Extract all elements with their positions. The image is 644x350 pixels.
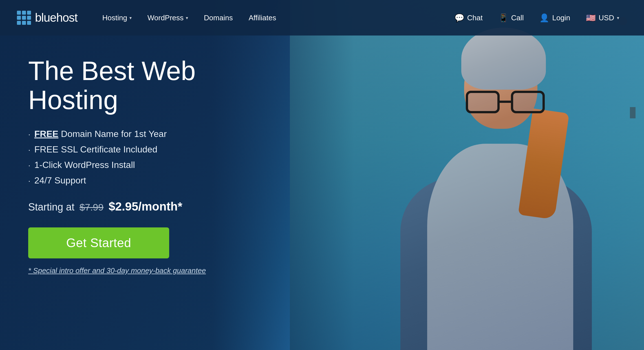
hero-bullets: · FREE Domain Name for 1st Year · FREE S…: [28, 129, 282, 186]
bullet-item-2: · FREE SSL Certificate Included: [28, 144, 282, 155]
wordpress-chevron-icon: ▾: [186, 15, 188, 21]
logo-grid-icon: [17, 11, 31, 25]
nav-currency-label: USD: [599, 14, 614, 22]
logo-text: bluehost: [35, 11, 78, 25]
hosting-chevron-icon: ▾: [129, 15, 132, 21]
user-icon: 👤: [539, 13, 549, 23]
bullet-text-4: 24/7 Support: [34, 175, 86, 186]
disclaimer-text[interactable]: * Special intro offer and 30-day money-b…: [28, 266, 282, 275]
person-figure: [361, 17, 626, 350]
bullet-text-1-rest: Domain Name for 1st Year: [61, 129, 167, 139]
nav-chat[interactable]: 💬 Chat: [447, 0, 491, 36]
get-started-button[interactable]: Get Started: [28, 227, 169, 258]
bullet-item-3: · 1-Click WordPress Install: [28, 160, 282, 170]
nav-call-label: Call: [511, 14, 524, 22]
nav-affiliates-label: Affiliates: [249, 14, 276, 22]
nav-login-label: Login: [552, 14, 570, 22]
currency-chevron-icon: ▾: [617, 15, 619, 21]
bullet-dot-4: ·: [28, 176, 30, 185]
nav-domains-label: Domains: [204, 14, 233, 22]
bullet-dot-3: ·: [28, 161, 30, 170]
nav-call[interactable]: 📱 Call: [491, 0, 532, 36]
pricing-prefix: Starting at: [28, 201, 74, 213]
nav-links: Hosting ▾ WordPress ▾ Domains Affiliates: [94, 0, 447, 36]
nav-affiliates[interactable]: Affiliates: [241, 0, 284, 36]
navbar: bluehost Hosting ▾ WordPress ▾ Domains A…: [0, 0, 644, 36]
bullet-item-4: · 24/7 Support: [28, 175, 282, 186]
free-label: FREE: [34, 129, 58, 139]
person-hat: [461, 28, 546, 90]
nav-domains[interactable]: Domains: [196, 0, 241, 36]
bullet-text-1: FREE Domain Name for 1st Year: [34, 129, 167, 139]
bullet-text-2: FREE SSL Certificate Included: [34, 144, 157, 155]
bullet-item-1: · FREE Domain Name for 1st Year: [28, 129, 282, 139]
nav-chat-label: Chat: [467, 14, 483, 22]
nav-login[interactable]: 👤 Login: [531, 0, 578, 36]
nav-wordpress-label: WordPress: [147, 14, 184, 22]
flag-icon: 🇺🇸: [586, 13, 596, 23]
nav-currency[interactable]: 🇺🇸 USD ▾: [578, 0, 627, 36]
hero-content: The Best Web Hosting · FREE Domain Name …: [28, 56, 282, 275]
hero-section: The Best Web Hosting · FREE Domain Name …: [0, 0, 644, 350]
wall-detail-2: [630, 107, 636, 118]
nav-hosting-label: Hosting: [102, 14, 127, 22]
logo-area[interactable]: bluehost: [17, 11, 78, 25]
person-glasses: [466, 91, 545, 113]
price-new: $2.95/month*: [109, 200, 182, 213]
chat-icon: 💬: [455, 13, 464, 23]
hero-title: The Best Web Hosting: [28, 56, 282, 115]
nav-wordpress[interactable]: WordPress ▾: [140, 0, 196, 36]
price-old: $7.99: [80, 202, 103, 213]
bullet-text-3: 1-Click WordPress Install: [34, 160, 135, 170]
phone-icon: 📱: [499, 13, 508, 23]
pricing-line: Starting at $7.99 $2.95/month*: [28, 200, 282, 213]
nav-right: 💬 Chat 📱 Call 👤 Login 🇺🇸 USD ▾: [447, 0, 627, 36]
bullet-dot-1: ·: [28, 130, 30, 139]
nav-hosting[interactable]: Hosting ▾: [94, 0, 140, 36]
bullet-dot-2: ·: [28, 145, 30, 154]
